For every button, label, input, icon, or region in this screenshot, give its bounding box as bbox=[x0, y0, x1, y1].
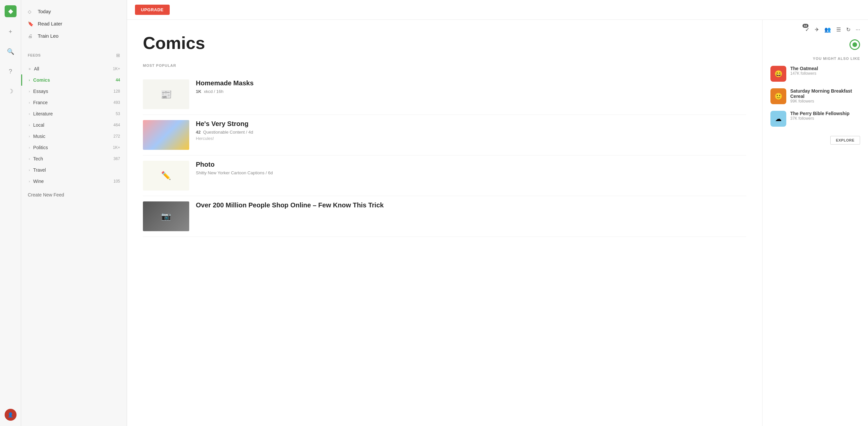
chevron-icon: › bbox=[29, 146, 30, 150]
thumb-icon: 📰 bbox=[160, 89, 172, 100]
sidebar-item-tech[interactable]: › Tech 367 bbox=[21, 153, 127, 164]
article-time: / 4d bbox=[246, 130, 253, 134]
recommendation-saturday-morning[interactable]: 🙂 Saturday Morning Breakfast Cereal 99K … bbox=[770, 88, 860, 104]
feeds-list: ≡ All 1K+ › Comics 44 › Essays 128 › Fra… bbox=[21, 63, 127, 187]
expand-feeds-icon[interactable]: ⊞ bbox=[116, 53, 120, 58]
today-icon: ◇ bbox=[28, 9, 34, 14]
article-meta: 1K xkcd / 16h bbox=[196, 89, 746, 94]
add-icon[interactable]: + bbox=[5, 27, 16, 37]
feed-name-all: All bbox=[34, 66, 110, 71]
article-photo[interactable]: ✏️ Photo Shitty New Yorker Cartoon Capti… bbox=[143, 155, 746, 196]
article-title-hes-very-strong: He's Very Strong bbox=[196, 120, 746, 128]
rec-info-saturday-morning: Saturday Morning Breakfast Cereal 99K fo… bbox=[790, 88, 860, 103]
follow-icon[interactable]: 👥 bbox=[824, 27, 831, 33]
content-area: Comics MOST POPULAR 📰 Homemade Masks 1K … bbox=[127, 20, 868, 426]
moon-icon[interactable]: ☽ bbox=[5, 86, 16, 97]
sidebar-item-read-later-label: Read Later bbox=[38, 21, 62, 27]
article-time: / 6d bbox=[266, 170, 273, 175]
feed-name-wine: Wine bbox=[33, 179, 110, 184]
feeds-label: FEEDS bbox=[28, 53, 41, 57]
feed-count-music: 272 bbox=[114, 134, 120, 139]
sidebar-nav: ◇ Today 🔖 Read Later 🖨 Train Leo bbox=[21, 0, 127, 47]
article-200-million[interactable]: 📷 Over 200 Million People Shop Online – … bbox=[143, 196, 746, 237]
toolbar-row: 44 ✓ ✈ 👥 ☰ ↻ ··· bbox=[770, 27, 860, 33]
chevron-icon: › bbox=[29, 79, 30, 82]
sidebar-item-comics[interactable]: › Comics 44 bbox=[21, 74, 127, 86]
page-title: Comics bbox=[143, 33, 746, 53]
sidebar: ◇ Today 🔖 Read Later 🖨 Train Leo FEEDS ⊞… bbox=[21, 0, 127, 426]
feed-name-comics: Comics bbox=[33, 78, 112, 83]
rec-info-perry-bible: The Perry Bible Fellowship 37K followers bbox=[790, 111, 849, 121]
chevron-icon: › bbox=[29, 157, 30, 161]
rec-name-oatmeal: The Oatmeal bbox=[790, 66, 818, 71]
article-thumbnail-homemade-masks: 📰 bbox=[143, 80, 189, 109]
sidebar-item-today[interactable]: ◇ Today bbox=[21, 5, 127, 18]
article-homemade-masks[interactable]: 📰 Homemade Masks 1K xkcd / 16h bbox=[143, 74, 746, 115]
feed-name-literature: Literature bbox=[33, 111, 112, 116]
article-thumbnail-hes-very-strong bbox=[143, 120, 189, 150]
article-subtitle: Hercules! bbox=[196, 136, 746, 141]
recommendation-oatmeal[interactable]: 😄 The Oatmeal 147K followers bbox=[770, 66, 860, 82]
article-count: 42 bbox=[196, 130, 200, 134]
rec-icon-oatmeal: 😄 bbox=[770, 66, 786, 82]
refresh-icon[interactable]: ↻ bbox=[846, 27, 850, 33]
rec-emoji-perry-bible: ☁ bbox=[775, 115, 782, 123]
train-leo-icon: 🖨 bbox=[28, 33, 34, 39]
article-hes-very-strong[interactable]: He's Very Strong 42 Questionable Content… bbox=[143, 115, 746, 155]
article-info-homemade-masks: Homemade Masks 1K xkcd / 16h bbox=[196, 80, 746, 109]
main-content: UPGRADE Comics MOST POPULAR 📰 Homemade M… bbox=[127, 0, 868, 426]
rec-followers-perry-bible: 37K followers bbox=[790, 116, 849, 121]
search-icon[interactable]: 🔍 bbox=[5, 46, 16, 57]
thumb-icon: ✏️ bbox=[161, 171, 171, 180]
feed-count-comics: 44 bbox=[116, 78, 120, 82]
article-info-photo: Photo Shitty New Yorker Cartoon Captions… bbox=[196, 161, 746, 190]
sidebar-item-all[interactable]: ≡ All 1K+ bbox=[21, 63, 127, 74]
article-title-200-million: Over 200 Million People Shop Online – Fe… bbox=[196, 202, 746, 209]
send-icon[interactable]: ✈ bbox=[815, 27, 819, 33]
article-thumbnail-200-million: 📷 bbox=[143, 202, 189, 231]
feed-count-local: 464 bbox=[114, 123, 120, 127]
help-icon[interactable]: ? bbox=[5, 66, 16, 77]
recommendation-perry-bible[interactable]: ☁ The Perry Bible Fellowship 37K followe… bbox=[770, 111, 860, 127]
avatar[interactable]: 👤 bbox=[5, 409, 17, 421]
sidebar-item-music[interactable]: › Music 272 bbox=[21, 131, 127, 142]
sidebar-item-wine[interactable]: › Wine 105 bbox=[21, 176, 127, 187]
article-meta: 42 Questionable Content / 4d bbox=[196, 130, 746, 134]
sidebar-item-train-leo-label: Train Leo bbox=[38, 33, 59, 39]
chevron-icon: › bbox=[29, 134, 30, 138]
status-dot bbox=[852, 42, 857, 47]
sidebar-item-read-later[interactable]: 🔖 Read Later bbox=[21, 18, 127, 30]
upgrade-button[interactable]: UPGRADE bbox=[135, 5, 170, 15]
create-new-feed-button[interactable]: Create New Feed bbox=[21, 188, 127, 202]
rec-icon-perry-bible: ☁ bbox=[770, 111, 786, 127]
recommendations-list: 😄 The Oatmeal 147K followers 🙂 Saturday … bbox=[770, 66, 860, 127]
right-panel: 44 ✓ ✈ 👥 ☰ ↻ ··· YOU MIGHT ALSO LIKE 😄 T… bbox=[762, 20, 868, 426]
article-source: Questionable Content bbox=[203, 130, 245, 134]
sidebar-item-train-leo[interactable]: 🖨 Train Leo bbox=[21, 30, 127, 42]
sidebar-item-today-label: Today bbox=[38, 9, 51, 14]
you-might-also-like-label: YOU MIGHT ALSO LIKE bbox=[770, 57, 860, 61]
sidebar-item-local[interactable]: › Local 464 bbox=[21, 119, 127, 131]
explore-button[interactable]: EXPLORE bbox=[830, 136, 860, 145]
sidebar-item-literature[interactable]: › Literature 53 bbox=[21, 108, 127, 119]
chevron-icon: › bbox=[29, 112, 30, 116]
rec-info-oatmeal: The Oatmeal 147K followers bbox=[790, 66, 818, 76]
sidebar-item-france[interactable]: › France 493 bbox=[21, 97, 127, 108]
feed-count-france: 493 bbox=[114, 100, 120, 105]
thumb-icon: 📷 bbox=[161, 212, 171, 221]
feed-name-travel: Travel bbox=[33, 168, 117, 173]
mark-all-read-icon[interactable]: 44 ✓ bbox=[805, 27, 809, 33]
feed-name-tech: Tech bbox=[33, 156, 110, 161]
feed-name-music: Music bbox=[33, 133, 110, 139]
bookmark-icon: 🔖 bbox=[28, 21, 34, 27]
article-source: xkcd bbox=[204, 89, 213, 94]
sidebar-item-essays[interactable]: › Essays 128 bbox=[21, 86, 127, 97]
feed-name-politics: Politics bbox=[33, 145, 110, 150]
sidebar-item-travel[interactable]: › Travel bbox=[21, 164, 127, 176]
list-icon[interactable]: ☰ bbox=[836, 27, 841, 33]
feed-name-local: Local bbox=[33, 122, 110, 128]
rec-emoji-saturday-morning: 🙂 bbox=[774, 92, 783, 100]
chevron-icon: › bbox=[29, 180, 30, 183]
sidebar-item-politics[interactable]: › Politics 1K+ bbox=[21, 142, 127, 153]
more-icon[interactable]: ··· bbox=[856, 27, 860, 33]
